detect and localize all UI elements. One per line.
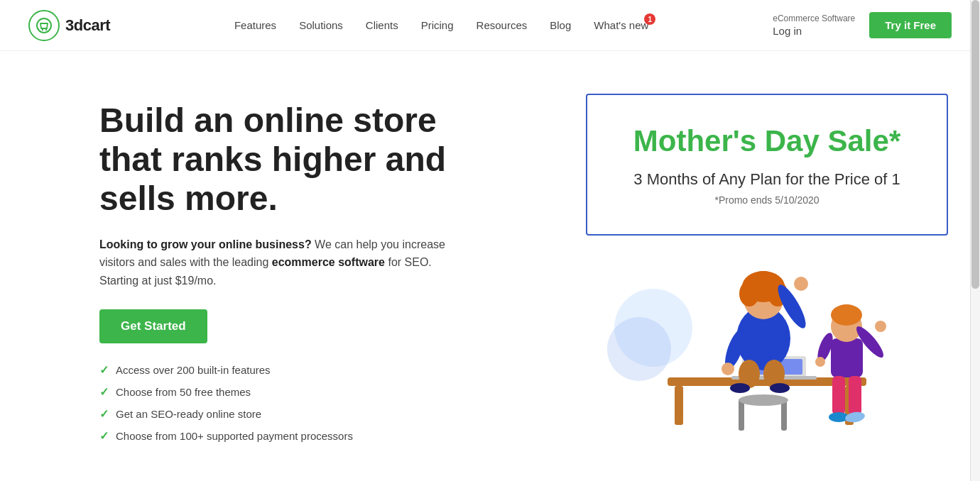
svg-point-21 [722, 363, 734, 375]
svg-rect-33 [832, 376, 845, 415]
feature-item: ✓ Choose from 100+ supported payment pro… [99, 429, 454, 443]
promo-subtitle: 3 Months of Any Plan for the Price of 1 [623, 170, 911, 189]
main-nav: 3dcart Features Solutions Clients Pricin… [0, 0, 980, 51]
svg-point-25 [770, 383, 790, 393]
svg-point-38 [607, 317, 671, 381]
promo-card: Mother's Day Sale* 3 Months of Any Plan … [586, 94, 948, 236]
svg-rect-6 [739, 399, 744, 431]
check-icon-2: ✓ [99, 385, 109, 399]
feature-label-1: Access over 200 built-in features [116, 364, 271, 376]
svg-point-8 [739, 394, 788, 406]
svg-point-2 [45, 28, 47, 30]
feature-label-4: Choose from 100+ supported payment proce… [116, 430, 353, 442]
nav-resources[interactable]: Resources [477, 19, 528, 31]
svg-point-28 [831, 304, 862, 326]
logo-text: 3dcart [65, 16, 110, 35]
hero-subtitle-bold: Looking to grow your online business? [99, 238, 312, 250]
promo-title: Mother's Day Sale* [623, 123, 911, 159]
svg-point-0 [37, 18, 51, 33]
hero-subtitle: Looking to grow your online business? We… [99, 236, 454, 290]
hero-left: Build an online store that ranks higher … [99, 94, 454, 443]
svg-point-32 [815, 357, 825, 367]
svg-point-24 [730, 383, 750, 393]
nav-right-group: eCommerce Software Log in [773, 13, 855, 38]
promo-note: *Promo ends 5/10/2020 [623, 194, 911, 206]
hero-section: Build an online store that ranks higher … [0, 51, 980, 471]
nav-links: Features Solutions Clients Pricing Resou… [234, 19, 648, 31]
feature-item: ✓ Choose from 50 free themes [99, 385, 454, 399]
svg-point-1 [42, 28, 43, 30]
hero-illustration [582, 236, 952, 434]
svg-rect-4 [675, 386, 683, 425]
logo-icon [28, 10, 60, 41]
nav-solutions[interactable]: Solutions [299, 19, 343, 31]
svg-point-19 [794, 277, 808, 291]
nav-features[interactable]: Features [234, 19, 276, 31]
nav-whats-new[interactable]: What's new 1 [594, 19, 648, 31]
check-icon-4: ✓ [99, 429, 109, 443]
nav-right: eCommerce Software Log in Try it Free [773, 12, 952, 38]
login-link[interactable]: Log in [773, 25, 802, 37]
svg-point-17 [749, 271, 778, 292]
svg-point-30 [875, 321, 886, 332]
hero-title: Build an online store that ranks higher … [99, 101, 454, 219]
ecommerce-bold: ecommerce software [272, 256, 385, 268]
feature-item: ✓ Access over 200 built-in features [99, 363, 454, 377]
feature-label-2: Choose from 50 free themes [116, 386, 251, 398]
hero-right: Mother's Day Sale* 3 Months of Any Plan … [582, 94, 952, 434]
bottom-section: Our eCommerce Software is trusted by tho… [0, 471, 980, 481]
scrollbar-track[interactable] [970, 0, 980, 481]
logo[interactable]: 3dcart [28, 10, 110, 41]
check-icon-1: ✓ [99, 363, 109, 377]
feature-item: ✓ Get an SEO-ready online store [99, 407, 454, 421]
feature-list: ✓ Access over 200 built-in features ✓ Ch… [99, 363, 454, 443]
svg-rect-34 [849, 376, 861, 415]
svg-rect-26 [831, 338, 863, 377]
check-icon-3: ✓ [99, 407, 109, 421]
nav-blog[interactable]: Blog [550, 19, 571, 31]
whats-new-badge: 1 [644, 13, 655, 25]
nav-pricing[interactable]: Pricing [421, 19, 454, 31]
try-free-button[interactable]: Try it Free [869, 12, 952, 38]
get-started-button[interactable]: Get Started [99, 309, 207, 343]
nav-clients[interactable]: Clients [366, 19, 398, 31]
scrollbar-thumb[interactable] [971, 0, 979, 289]
ecommerce-label: eCommerce Software [773, 13, 855, 23]
feature-label-3: Get an SEO-ready online store [116, 408, 261, 420]
